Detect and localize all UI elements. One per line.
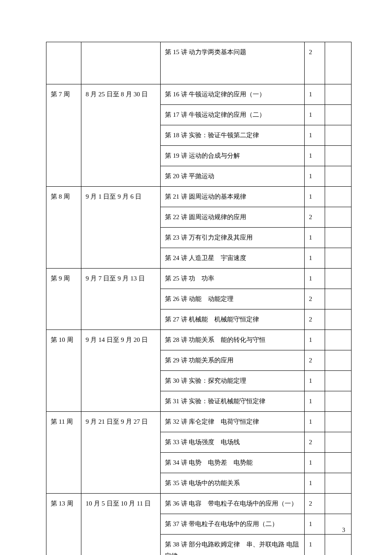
note-cell (325, 105, 352, 125)
hours-cell: 1 (305, 248, 325, 269)
dates-cell: 10 月 5 日至 10 月 11 日 (81, 494, 161, 555)
table-row: 第 10 周9 月 14 日至 9 月 20 日第 28 讲 功能关系 能的转化… (46, 330, 352, 350)
note-cell (325, 228, 352, 248)
schedule-table: 第 15 讲 动力学两类基本问题2第 7 周8 月 25 日至 8 月 30 日… (46, 42, 352, 555)
topic-cell: 第 15 讲 动力学两类基本问题 (161, 42, 305, 84)
topic-cell: 第 29 讲 功能关系的应用 (161, 350, 305, 371)
dates-cell: 9 月 14 日至 9 月 20 日 (81, 330, 161, 412)
topic-cell: 第 19 讲 运动的合成与分解 (161, 146, 305, 166)
table-row: 第 8 周9 月 1 日至 9 月 6 日第 21 讲 圆周运动的基本规律1 (46, 187, 352, 207)
table-row: 第 15 讲 动力学两类基本问题2 (46, 42, 352, 84)
topic-cell: 第 16 讲 牛顿运动定律的应用（一） (161, 84, 305, 105)
topic-cell: 第 32 讲 库仑定律 电荷守恒定律 (161, 412, 305, 432)
note-cell (325, 42, 352, 84)
week-cell: 第 13 周 (46, 494, 81, 555)
topic-cell: 第 31 讲 实验：验证机械能守恒定律 (161, 391, 305, 412)
week-cell: 第 7 周 (46, 84, 81, 187)
topic-cell: 第 34 讲 电势 电势差 电势能 (161, 453, 305, 473)
table-row: 第 13 周10 月 5 日至 10 月 11 日第 36 讲 电容 带电粒子在… (46, 494, 352, 514)
topic-cell: 第 33 讲 电场强度 电场线 (161, 432, 305, 453)
hours-cell: 1 (305, 453, 325, 473)
schedule-table-wrap: 第 15 讲 动力学两类基本问题2第 7 周8 月 25 日至 8 月 30 日… (46, 42, 351, 555)
table-row: 第 7 周8 月 25 日至 8 月 30 日第 16 讲 牛顿运动定律的应用（… (46, 84, 352, 105)
topic-cell: 第 28 讲 功能关系 能的转化与守恒 (161, 330, 305, 350)
hours-cell: 2 (305, 494, 325, 514)
hours-cell: 1 (305, 146, 325, 166)
hours-cell: 1 (305, 166, 325, 187)
topic-cell: 第 30 讲 实验：探究动能定理 (161, 371, 305, 391)
note-cell (325, 371, 352, 391)
hours-cell: 1 (305, 84, 325, 105)
table-row: 第 9 周9 月 7 日至 9 月 13 日第 25 讲 功 功率1 (46, 269, 352, 289)
hours-cell: 1 (305, 228, 325, 248)
table-row: 第 11 周9 月 21 日至 9 月 27 日第 32 讲 库仑定律 电荷守恒… (46, 412, 352, 432)
hours-cell: 1 (305, 473, 325, 494)
dates-cell: 9 月 1 日至 9 月 6 日 (81, 187, 161, 269)
dates-cell (81, 42, 161, 84)
hours-cell: 1 (305, 187, 325, 207)
note-cell (325, 309, 352, 330)
note-cell (325, 125, 352, 146)
dates-cell: 8 月 25 日至 8 月 30 日 (81, 84, 161, 187)
hours-cell: 2 (305, 350, 325, 371)
topic-cell: 第 37 讲 带电粒子在电场中的应用（二） (161, 514, 305, 535)
topic-cell: 第 25 讲 功 功率 (161, 269, 305, 289)
topic-cell: 第 24 讲 人造卫星 宇宙速度 (161, 248, 305, 269)
topic-cell: 第 36 讲 电容 带电粒子在电场中的应用（一） (161, 494, 305, 514)
week-cell: 第 8 周 (46, 187, 81, 269)
topic-cell: 第 35 讲 电场中的功能关系 (161, 473, 305, 494)
note-cell (325, 84, 352, 105)
topic-cell: 第 27 讲 机械能 机械能守恒定律 (161, 309, 305, 330)
note-cell (325, 473, 352, 494)
week-cell: 第 9 周 (46, 269, 81, 330)
note-cell (325, 187, 352, 207)
hours-cell: 2 (305, 42, 325, 84)
hours-cell: 2 (305, 289, 325, 309)
note-cell (325, 514, 352, 535)
week-cell (46, 42, 81, 84)
note-cell (325, 248, 352, 269)
topic-cell: 第 18 讲 实验：验证牛顿第二定律 (161, 125, 305, 146)
topic-cell: 第 21 讲 圆周运动的基本规律 (161, 187, 305, 207)
hours-cell: 1 (305, 391, 325, 412)
hours-cell: 1 (305, 105, 325, 125)
topic-cell: 第 26 讲 动能 动能定理 (161, 289, 305, 309)
note-cell (325, 494, 352, 514)
hours-cell: 1 (305, 125, 325, 146)
note-cell (325, 350, 352, 371)
topic-cell: 第 17 讲 牛顿运动定律的应用（二） (161, 105, 305, 125)
hours-cell: 1 (305, 412, 325, 432)
note-cell (325, 412, 352, 432)
dates-cell: 9 月 21 日至 9 月 27 日 (81, 412, 161, 494)
topic-cell: 第 38 讲 部分电路欧姆定律 串、并联电路 电阻定律 (161, 535, 305, 555)
hours-cell: 1 (305, 535, 325, 555)
hours-cell: 1 (305, 371, 325, 391)
dates-cell: 9 月 7 日至 9 月 13 日 (81, 269, 161, 330)
topic-cell: 第 22 讲 圆周运动规律的应用 (161, 207, 305, 228)
note-cell (325, 432, 352, 453)
note-cell (325, 391, 352, 412)
note-cell (325, 289, 352, 309)
note-cell (325, 207, 352, 228)
hours-cell: 1 (305, 269, 325, 289)
note-cell (325, 535, 352, 555)
hours-cell: 1 (305, 514, 325, 535)
note-cell (325, 330, 352, 350)
topic-cell: 第 23 讲 万有引力定律及其应用 (161, 228, 305, 248)
hours-cell: 2 (305, 432, 325, 453)
hours-cell: 2 (305, 207, 325, 228)
note-cell (325, 453, 352, 473)
week-cell: 第 11 周 (46, 412, 81, 494)
week-cell: 第 10 周 (46, 330, 81, 412)
page-number: 3 (342, 527, 345, 534)
hours-cell: 2 (305, 309, 325, 330)
topic-cell: 第 20 讲 平抛运动 (161, 166, 305, 187)
note-cell (325, 146, 352, 166)
note-cell (325, 166, 352, 187)
hours-cell: 1 (305, 330, 325, 350)
note-cell (325, 269, 352, 289)
